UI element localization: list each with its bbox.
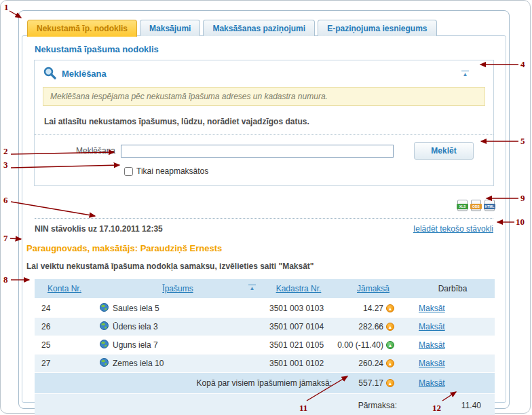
property-name: Saules iela 5 <box>113 304 159 313</box>
pay-link[interactable]: Maksāt <box>416 322 445 331</box>
globe-icon <box>100 340 109 350</box>
property-name: Ūdens iela 3 <box>113 322 158 331</box>
account-number: 25 <box>35 336 94 355</box>
search-field-label: Meklēšana <box>43 146 121 156</box>
export-xls-label: XLS <box>457 204 468 209</box>
search-instruction: Lai atlasītu nekustamos īpašumus, lūdzu,… <box>44 117 484 126</box>
payer-line: Paraugnovads, maksātājs: Paraudziņš Erne… <box>26 243 501 253</box>
sort-account-link[interactable]: Konta Nr. <box>48 284 81 293</box>
sort-property-link[interactable]: Īpašums <box>162 284 193 293</box>
due-amount: 0.00 (-11.40) <box>337 340 383 350</box>
cadastre-number: 3501 021 0105 <box>261 336 336 355</box>
only-unpaid-checkbox[interactable] <box>124 167 133 176</box>
property-name: Zemes iela 10 <box>113 359 164 368</box>
pay-link[interactable]: Maksāt <box>416 359 445 368</box>
due-up-icon: ▲ <box>386 359 394 367</box>
table-overpay-row: Pārmaksa: 11.40 <box>35 394 495 415</box>
tab-e-pazinojuma-iesniegums[interactable]: E-paziņojuma iesniegums <box>318 20 436 36</box>
export-ods-icon[interactable]: ODS <box>471 200 481 211</box>
search-hint-message: Meklēšana iespējama pēc nekustamā īpašum… <box>43 87 485 106</box>
header-account: Konta Nr. <box>35 279 94 299</box>
due-up-icon: ▲ <box>386 379 394 387</box>
globe-icon <box>100 303 109 314</box>
only-unpaid-row: Tikai neapmaksātos <box>124 166 485 176</box>
header-cadastre: Kadastra Nr. <box>261 279 336 299</box>
account-number: 24 <box>35 299 94 318</box>
total-label: Kopā par visiem īpašumiem jāmaksā: <box>35 373 336 394</box>
page-title: Nekustamā īpašuma nodoklis <box>35 44 493 54</box>
tab-maksajumi[interactable]: Maksājumi <box>140 20 200 36</box>
search-field-row: Meklēšana Meklēt <box>43 142 485 160</box>
due-up-icon: ▲ <box>386 304 394 312</box>
screenshot-frame: Nekustamā īp. nodoklis Maksājumi Maksāša… <box>0 0 531 414</box>
search-icon <box>43 66 56 82</box>
due-up-icon: ▲ <box>386 323 394 331</box>
total-due-amount: 557.17 <box>358 378 383 388</box>
pay-link[interactable]: Maksāt <box>416 340 445 350</box>
due-amount: 260.24 <box>358 359 383 368</box>
main-panel: Nekustamā īp. nodoklis Maksājumi Maksāša… <box>18 10 510 409</box>
search-panel: Meklēšana ▲ Meklēšana iespējama pēc neku… <box>34 60 494 186</box>
search-input[interactable] <box>121 145 394 158</box>
export-icons-row: XLS ODS HTML <box>22 200 495 211</box>
header-action: Darbība <box>411 279 495 299</box>
export-html-icon[interactable]: HTML <box>484 200 495 211</box>
pay-all-link[interactable]: Maksāt <box>416 378 445 388</box>
table-row: 25 Uguns iela 7 3501 021 0105 0.00 (-11.… <box>35 336 495 355</box>
export-xls-icon[interactable]: XLS <box>457 200 468 211</box>
table-row: 24 Saules iela 5 3501 003 0103 14.27▲ Ma… <box>35 299 495 318</box>
tab-maksasanas-pazinojumi[interactable]: Maksāšanas paziņojumi <box>203 20 315 36</box>
search-panel-title: Meklēšana <box>62 69 107 79</box>
overpay-label: Pārmaksa: <box>35 394 411 415</box>
tab-nekustama-ip-nodoklis[interactable]: Nekustamā īp. nodoklis <box>27 20 137 37</box>
search-button[interactable]: Meklēt <box>414 142 474 160</box>
property-name: Uguns iela 7 <box>113 340 158 350</box>
account-number: 27 <box>35 355 94 373</box>
table-row: 27 Zemes iela 10 3501 001 0102 260.24▲ M… <box>35 355 495 373</box>
table-total-row: Kopā par visiem īpašumiem jāmaksā: 557.1… <box>35 373 495 394</box>
nin-status-text: NIN stāvoklis uz 17.10.2011 12:35 <box>35 224 163 234</box>
header-due: Jāmaksā <box>336 279 411 299</box>
due-amount: 282.66 <box>358 322 383 331</box>
table-header-row: Konta Nr. Īpašums ▲ Kadastra Nr. Jāmaksā… <box>35 279 495 299</box>
overpay-value: 11.40 <box>411 394 495 415</box>
paid-up-icon: ▲ <box>386 341 394 349</box>
account-number: 26 <box>35 318 94 336</box>
cadastre-number: 3501 007 0104 <box>261 318 336 336</box>
status-row: NIN stāvoklis uz 17.10.2011 12:35 Ielādē… <box>35 224 493 234</box>
globe-icon <box>100 321 109 332</box>
table-row: 26 Ūdens iela 3 3501 007 0104 282.66▲ Ma… <box>35 318 495 336</box>
sort-cadastre-link[interactable]: Kadastra Nr. <box>276 284 322 293</box>
only-unpaid-label: Tikai neapmaksātos <box>136 166 208 176</box>
export-html-label: HTML <box>484 204 495 209</box>
collapse-panel-icon[interactable]: ▲ <box>461 71 469 77</box>
properties-table: Konta Nr. Īpašums ▲ Kadastra Nr. Jāmaksā… <box>35 279 495 415</box>
cadastre-number: 3501 001 0102 <box>261 355 336 373</box>
header-property: Īpašums ▲ <box>94 279 261 299</box>
due-amount: 14.27 <box>363 304 383 313</box>
globe-icon <box>100 358 109 369</box>
pay-link[interactable]: Maksāt <box>416 304 445 313</box>
tab-bar: Nekustamā īp. nodoklis Maksājumi Maksāša… <box>27 20 437 36</box>
dotted-separator <box>35 134 493 135</box>
sort-due-link[interactable]: Jāmaksā <box>357 284 390 293</box>
search-panel-header: Meklēšana ▲ <box>43 66 485 82</box>
dotted-separator <box>35 218 493 219</box>
cadastre-number: 3501 003 0103 <box>261 299 336 318</box>
export-ods-label: ODS <box>470 204 482 209</box>
reload-current-state-link[interactable]: Ielādēt tekošo stāvokli <box>413 224 493 234</box>
tab-content: Nekustamā īpašuma nodoklis Meklēšana ▲ M… <box>22 35 506 403</box>
sort-asc-icon[interactable]: ▲ <box>248 285 256 291</box>
pay-instruction: Lai veiktu nekustamā īpašuma nodokļa sam… <box>26 261 501 271</box>
